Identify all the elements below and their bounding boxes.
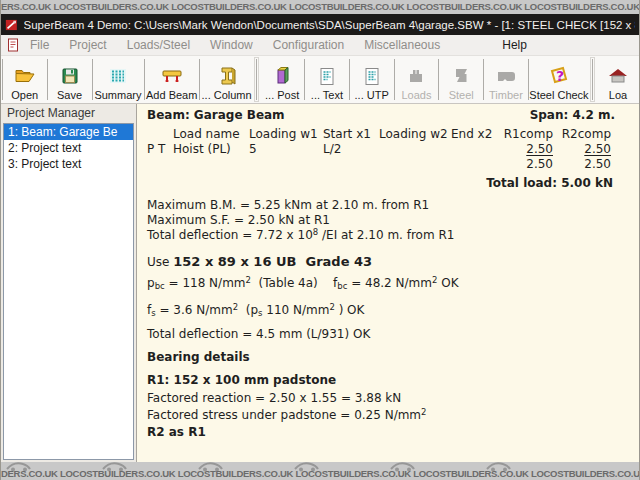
- total-load: Total load: 5.00 kN: [147, 176, 613, 190]
- watermark-banner-bottom: DERS.CO.UK LOCOSTBUILDERS.CO.UK LOCOSTBU…: [1, 462, 639, 480]
- project-manager-panel: Project Manager 1: Beam: Garage Be 2: Pr…: [1, 104, 137, 462]
- add-text-button[interactable]: ... Text: [306, 56, 348, 103]
- bearing-details-heading: Bearing details: [147, 350, 633, 365]
- main-body: Project Manager 1: Beam: Garage Be 2: Pr…: [1, 104, 639, 462]
- loads-icon: [406, 64, 426, 88]
- header-cell: R2comp: [553, 127, 611, 142]
- menu-help[interactable]: Help: [493, 36, 536, 54]
- toolbar-separator: [47, 59, 48, 100]
- summary-button[interactable]: Summary: [93, 56, 142, 103]
- toolbar-button-label: Add Beam: [146, 89, 197, 101]
- load-check-button[interactable]: Loa: [597, 56, 639, 103]
- timber-icon: [495, 64, 517, 88]
- span-value: Span: 4.2 m.: [530, 108, 615, 122]
- toolbar-button-label: Save: [57, 89, 82, 101]
- menu-file[interactable]: File: [21, 36, 58, 54]
- toolbar-separator: [199, 59, 200, 100]
- menu-loads-steel[interactable]: Loads/Steel: [118, 36, 199, 54]
- load-table-header: Load name Loading w1 Start x1 Loading w2…: [147, 127, 613, 142]
- max-bm-line: Maximum B.M. = 5.25 kNm at 2.10 m. from …: [147, 198, 633, 213]
- use-section-line: Use 152 x 89 x 16 UB Grade 43: [147, 254, 633, 269]
- text-doc-icon: [319, 64, 335, 88]
- steel-check-icon: ?: [548, 64, 570, 88]
- column-icon: [217, 64, 237, 88]
- header-cell: End x2: [451, 127, 501, 142]
- r1-padstone-heading: R1: 152 x 100 mm padstone: [147, 373, 633, 388]
- cell: L/2: [323, 142, 379, 157]
- watermark-banner-top: ERS.CO.UK LOCOSTBUILDERS.CO.UK LOCOSTBUI…: [1, 0, 639, 14]
- cell: 5: [249, 142, 323, 157]
- post-icon: [273, 64, 291, 88]
- toolbar-button-label: ... Text: [311, 89, 343, 101]
- cell: P T: [147, 142, 173, 157]
- cell: [451, 157, 501, 172]
- menu-window[interactable]: Window: [201, 36, 262, 54]
- open-button[interactable]: Open: [4, 56, 46, 103]
- cell: [379, 142, 451, 157]
- beam-title: Beam: Garage Beam: [147, 108, 285, 122]
- project-listbox[interactable]: 1: Beam: Garage Be 2: Project text 3: Pr…: [3, 123, 134, 460]
- timber-button: Timber: [485, 56, 527, 103]
- r1comp-total: 2.50: [501, 157, 553, 172]
- cell: 2.50: [553, 142, 611, 157]
- toolbar-button-label: Timber: [489, 89, 523, 101]
- toolbar-separator: [394, 59, 395, 100]
- max-sf-line: Maximum S.F. = 2.50 kN at R1: [147, 213, 633, 228]
- pbc-line: pbc = 118 N/mm2 (Table 4a) fbc = 48.2 N/…: [147, 276, 633, 291]
- section-designation: 152 x 89 x 16 UB Grade 43: [173, 254, 372, 269]
- utp-doc-icon: [364, 64, 380, 88]
- toolbar-separator: [144, 59, 145, 100]
- menu-configuration[interactable]: Configuration: [264, 36, 353, 54]
- load-table: Load name Loading w1 Start x1 Loading w2…: [147, 127, 613, 172]
- toolbar-button-label: ... Post: [265, 89, 299, 101]
- open-folder-icon: [14, 64, 36, 88]
- r2comp-total: 2.50: [553, 157, 611, 172]
- header-cell: Load name: [173, 127, 249, 142]
- toolbar-separator: [592, 59, 593, 100]
- header-cell: Loading w1: [249, 127, 323, 142]
- steel-check-button[interactable]: ? Steel Check: [530, 56, 589, 103]
- title-bar: SuperBeam 4 Demo: C:\Users\Mark Wendon\D…: [1, 14, 639, 35]
- toolbar-button-label: Open: [11, 89, 38, 101]
- toolbar-button-label: Steel: [449, 89, 474, 101]
- load-table-totals-row: 2.50 2.50: [147, 157, 613, 172]
- watermark-text: DERS.CO.UK LOCOSTBUILDERS.CO.UK LOCOSTBU…: [1, 468, 639, 479]
- summary-grid-icon: [109, 64, 127, 88]
- toolbar-button-label: ... Column: [202, 89, 252, 101]
- toolbar-separator: [92, 59, 93, 100]
- project-item-text-3[interactable]: 3: Project text: [4, 156, 133, 172]
- report-header-row: Beam: Garage Beam Span: 4.2 m.: [147, 108, 615, 122]
- svg-text:?: ?: [556, 68, 564, 84]
- cell: [379, 157, 451, 172]
- menu-miscellaneous[interactable]: Miscellaneous: [355, 36, 449, 54]
- deflection-check-line: Total deflection = 4.5 mm (L/931) OK: [147, 327, 633, 342]
- save-floppy-icon: [61, 64, 79, 88]
- toolbar-button-label: Loa: [609, 89, 627, 101]
- header-cell: [147, 127, 173, 142]
- toolbar-separator: [438, 59, 439, 100]
- toolbar-separator: [2, 59, 3, 100]
- r2comp-value: 2.50: [584, 142, 611, 156]
- save-button[interactable]: Save: [49, 56, 91, 103]
- menu-bar: File Project Loads/Steel Window Configur…: [1, 35, 639, 56]
- project-item-text-2[interactable]: 2: Project text: [4, 140, 133, 156]
- header-cell: Start x1: [323, 127, 379, 142]
- load-table-row: P T Hoist (PL) 5 L/2 2.50 2.50: [147, 142, 613, 157]
- toolbar-separator: [349, 59, 350, 100]
- load-check-icon: [607, 64, 629, 88]
- deflection-ei-line: Total deflection = 7.72 x 108 /EI at 2.1…: [147, 228, 633, 243]
- toolbar-button-label: ... UTP: [355, 89, 389, 101]
- loads-button: Loads: [395, 56, 437, 103]
- menu-project[interactable]: Project: [60, 36, 115, 54]
- add-beam-button[interactable]: Add Beam: [145, 56, 198, 103]
- add-post-button[interactable]: ... Post: [261, 56, 303, 103]
- factored-reaction-line: Factored reaction = 2.50 x 1.55 = 3.88 k…: [147, 391, 633, 406]
- project-item-beam[interactable]: 1: Beam: Garage Be: [4, 124, 133, 140]
- add-utp-button[interactable]: ... UTP: [351, 56, 393, 103]
- add-column-button[interactable]: ... Column: [201, 56, 253, 103]
- toolbar-button-label: Steel Check: [529, 89, 588, 101]
- toolbar-button-label: Summary: [94, 89, 141, 101]
- header-cell: R1comp: [501, 127, 553, 142]
- toolbar-button-label: Loads: [401, 89, 431, 101]
- use-prefix: Use: [147, 255, 173, 269]
